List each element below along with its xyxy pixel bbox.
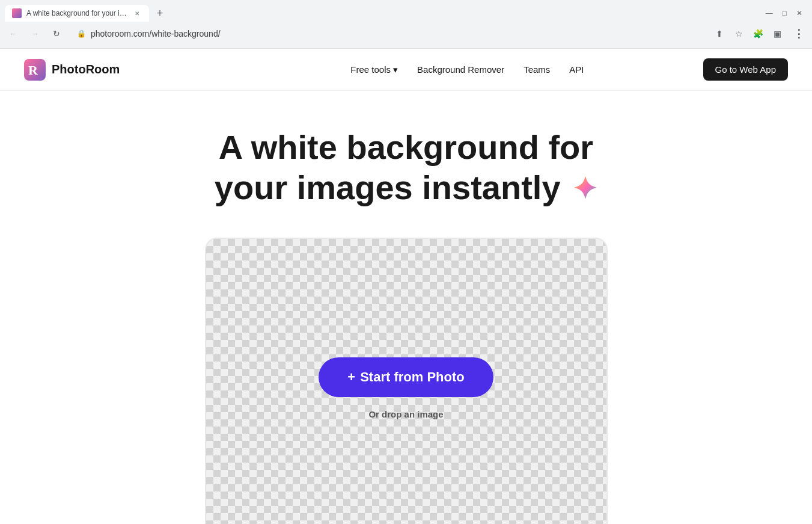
website: R PhotoRoom Free tools ▾ Background Remo… bbox=[0, 49, 812, 524]
plus-icon: + bbox=[347, 369, 355, 385]
nav-free-tools[interactable]: Free tools ▾ bbox=[343, 60, 405, 80]
site-nav: R PhotoRoom Free tools ▾ Background Remo… bbox=[0, 49, 812, 91]
nav-teams[interactable]: Teams bbox=[516, 60, 557, 79]
minimize-button[interactable]: — bbox=[766, 9, 773, 17]
tab-title: A white background for your ima... bbox=[26, 9, 127, 17]
hero-title: A white background for your images insta… bbox=[215, 127, 597, 208]
sidebar-icon: ▣ bbox=[774, 29, 781, 39]
hero-title-line2: your images instantly bbox=[215, 168, 561, 206]
sparkle-icon: ✦ bbox=[572, 171, 597, 207]
forward-button[interactable]: → bbox=[26, 25, 43, 42]
tab-favicon bbox=[12, 8, 22, 18]
bookmark-icon: ☆ bbox=[735, 29, 743, 39]
logo[interactable]: R PhotoRoom bbox=[24, 59, 120, 81]
close-window-button[interactable]: ✕ bbox=[796, 9, 802, 17]
browser-chrome: A white background for your ima... ✕ + —… bbox=[0, 0, 812, 49]
svg-text:R: R bbox=[28, 63, 38, 78]
nav-links: Free tools ▾ Background Remover Teams AP… bbox=[343, 60, 591, 80]
logo-text: PhotoRoom bbox=[52, 63, 120, 76]
refresh-icon: ↻ bbox=[53, 29, 60, 39]
extension-icon: 🧩 bbox=[753, 29, 763, 39]
upload-area[interactable]: + Start from Photo Or drop an image bbox=[205, 238, 608, 524]
extension-button[interactable]: 🧩 bbox=[749, 25, 766, 42]
back-button[interactable]: ← bbox=[5, 25, 22, 42]
hero-title-line1: A white background for bbox=[219, 128, 593, 166]
sidebar-button[interactable]: ▣ bbox=[769, 25, 786, 42]
start-button-label: Start from Photo bbox=[360, 369, 465, 385]
url-display: photoroom.com/white-background/ bbox=[91, 29, 699, 39]
share-button[interactable]: ⬆ bbox=[711, 25, 728, 42]
nav-background-remover[interactable]: Background Remover bbox=[410, 60, 511, 79]
start-from-photo-button[interactable]: + Start from Photo bbox=[319, 357, 493, 397]
chrome-menu-icon: ⋮ bbox=[793, 27, 805, 40]
lock-icon: 🔒 bbox=[77, 29, 86, 38]
omnibar-actions: ⬆ ☆ 🧩 ▣ bbox=[711, 25, 786, 42]
nav-api[interactable]: API bbox=[562, 60, 591, 79]
tab-close-button[interactable]: ✕ bbox=[132, 8, 142, 18]
nav-cta-button[interactable]: Go to Web App bbox=[703, 58, 788, 81]
new-tab-button[interactable]: + bbox=[151, 5, 168, 22]
tab-bar: A white background for your ima... ✕ + —… bbox=[0, 0, 812, 22]
logo-icon: R bbox=[24, 59, 46, 81]
refresh-button[interactable]: ↻ bbox=[48, 25, 65, 42]
back-icon: ← bbox=[9, 29, 17, 39]
forward-icon: → bbox=[31, 29, 39, 39]
active-tab[interactable]: A white background for your ima... ✕ bbox=[5, 5, 149, 22]
drop-hint: Or drop an image bbox=[368, 409, 443, 419]
chevron-down-icon: ▾ bbox=[393, 64, 398, 75]
window-controls: — □ ✕ bbox=[766, 9, 807, 17]
omnibar[interactable]: 🔒 photoroom.com/white-background/ bbox=[70, 24, 706, 43]
bookmark-button[interactable]: ☆ bbox=[730, 25, 747, 42]
omnibar-row: ← → ↻ 🔒 photoroom.com/white-background/ … bbox=[0, 22, 812, 48]
chrome-menu-button[interactable]: ⋮ bbox=[790, 25, 807, 42]
share-icon: ⬆ bbox=[716, 29, 723, 39]
main-content: A white background for your images insta… bbox=[0, 91, 812, 524]
maximize-button[interactable]: □ bbox=[783, 9, 787, 17]
